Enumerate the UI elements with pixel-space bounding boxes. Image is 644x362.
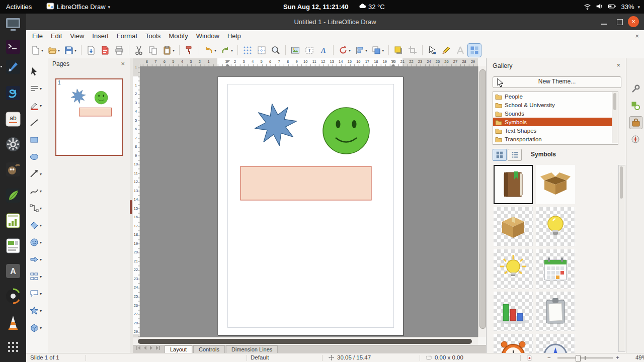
gallery-item-compass[interactable]	[536, 334, 575, 353]
theme-item-school-university[interactable]: School & University	[493, 101, 614, 109]
theme-list-scrollbar-thumb[interactable]	[613, 93, 616, 110]
horizontal-scrollbar[interactable]	[133, 337, 478, 345]
tab-dimension-lines[interactable]: Dimension Lines	[226, 345, 278, 353]
explosion-star-shape[interactable]	[255, 104, 297, 146]
redo-button[interactable]: ▾	[219, 44, 234, 57]
theme-item-symbols[interactable]: Symbols	[493, 118, 614, 126]
basic-shapes-tool[interactable]: ▾	[26, 219, 48, 231]
sidebar-tab-navigator[interactable]	[629, 133, 641, 145]
app-menu[interactable]: LibreOffice Draw ▾	[46, 0, 110, 14]
page-style-label[interactable]: Default	[251, 353, 269, 362]
dock-item-terminal-emulator[interactable]: A	[5, 262, 22, 280]
save-button[interactable]: ▾	[62, 44, 78, 57]
menu-help[interactable]: Help	[223, 30, 245, 42]
zoom-slider-thumb[interactable]	[576, 355, 581, 362]
sidebar-tab-shapes[interactable]	[629, 100, 641, 112]
insert-line-tool[interactable]: ▾	[26, 82, 48, 95]
crop-button[interactable]	[406, 44, 419, 57]
dock-item-terminal[interactable]	[5, 38, 22, 55]
shadow-button[interactable]	[392, 44, 405, 57]
dock-item-media-player[interactable]	[5, 288, 22, 305]
glue-points-button[interactable]	[440, 44, 453, 57]
dock-item-gimp[interactable]	[5, 161, 22, 178]
gallery-item-lightbulb-glowing[interactable]	[494, 249, 533, 289]
dock-item-paint-app[interactable]	[5, 84, 22, 102]
dock-item-libreoffice-impress[interactable]	[5, 237, 22, 254]
clock[interactable]: Sun Aug 12, 11:21:40	[283, 0, 349, 14]
dock-item-settings[interactable]	[5, 136, 22, 153]
new-theme-button[interactable]: New Theme...	[493, 76, 621, 88]
gallery-item-package-box[interactable]	[494, 207, 533, 246]
vertical-ruler[interactable]: 1123456789101112131415161718192021222324…	[133, 66, 140, 337]
system-indicators[interactable]: 33% ▾	[583, 0, 640, 14]
vertical-scrollbar-thumb[interactable]	[479, 69, 486, 329]
insert-text-box-button[interactable]: T	[303, 44, 316, 57]
drawing-canvas[interactable]	[140, 66, 478, 337]
splitter-handle[interactable]	[130, 200, 132, 214]
print-button[interactable]	[113, 44, 126, 57]
zoom-out-button[interactable]: −	[547, 353, 551, 362]
zoom-button[interactable]	[269, 44, 282, 57]
rectangle-shape[interactable]	[240, 166, 371, 200]
gallery-item-bar-chart[interactable]	[494, 292, 533, 331]
page-thumbnail[interactable]: 1	[55, 78, 123, 156]
sidebar-tab-gallery[interactable]	[629, 116, 642, 129]
theme-list-scrollbar[interactable]	[612, 92, 618, 143]
activities-button[interactable]: Activities	[6, 0, 32, 14]
align-objects-button[interactable]: ▾	[353, 44, 369, 57]
3d-objects-tool[interactable]: ▾	[26, 322, 48, 334]
tab-controls[interactable]: Controls	[193, 345, 225, 353]
next-page-button[interactable]	[149, 343, 154, 352]
dock-item-text-editor[interactable]: ab	[5, 111, 22, 128]
sidebar-tab-properties[interactable]	[629, 83, 641, 95]
fontwork-gallery-button[interactable]	[454, 44, 467, 57]
arrange-button[interactable]: ▾	[370, 44, 385, 57]
rectangle-tool[interactable]	[26, 134, 48, 146]
first-page-button[interactable]	[136, 343, 141, 352]
callout-shapes-tool[interactable]: ▾	[26, 288, 48, 300]
line-tool[interactable]	[26, 117, 48, 129]
theme-item-people[interactable]: People	[493, 92, 614, 101]
gallery-item-lightbulb[interactable]	[536, 207, 575, 246]
connectors-tool[interactable]: ▾	[26, 202, 48, 214]
line-color-tool[interactable]: ▾	[26, 100, 48, 112]
document-close-icon[interactable]: ×	[635, 30, 639, 42]
zoom-in-button[interactable]: +	[616, 353, 619, 362]
last-page-button[interactable]	[155, 343, 160, 352]
dock-item-feather-app[interactable]	[5, 187, 22, 204]
page[interactable]	[217, 76, 404, 335]
gallery-scrollbar[interactable]	[618, 165, 625, 352]
lines-and-arrows-tool[interactable]: ▾	[26, 168, 48, 180]
horizontal-ruler[interactable]: 9876543211234567891011121314151617181920…	[140, 58, 478, 67]
copy-button[interactable]	[146, 44, 159, 57]
export-button[interactable]	[85, 44, 98, 57]
gallery-item-calendar[interactable]	[536, 249, 575, 289]
window-titlebar[interactable]: Untitled 1 - LibreOffice Draw ×	[26, 14, 644, 30]
export-pdf-button[interactable]	[99, 44, 112, 57]
insert-image-button[interactable]	[289, 44, 302, 57]
theme-item-transportation[interactable]: Transportation	[493, 135, 614, 143]
theme-item-text-shapes[interactable]: Text Shapes	[493, 126, 614, 135]
gallery-item-open-box[interactable]	[536, 165, 575, 204]
ellipse-tool[interactable]	[26, 151, 48, 163]
tab-layout[interactable]: Layout	[165, 345, 192, 353]
dock-item-libreoffice-calc[interactable]	[5, 212, 22, 229]
maximize-button[interactable]	[617, 19, 623, 25]
list-view-button[interactable]	[508, 149, 522, 161]
menu-modify[interactable]: Modify	[165, 30, 192, 42]
menu-edit[interactable]: Edit	[47, 30, 66, 42]
smiley-face-shape[interactable]	[323, 108, 369, 154]
horizontal-scrollbar-thumb[interactable]	[138, 339, 472, 344]
display-grid-button[interactable]	[241, 44, 254, 57]
theme-item-sounds[interactable]: Sounds	[493, 109, 614, 118]
dock-item-screenshot-tool[interactable]	[5, 16, 22, 33]
menu-file[interactable]: File	[28, 30, 47, 42]
edit-points-button[interactable]	[426, 44, 439, 57]
gallery-item-notebook[interactable]	[494, 165, 533, 204]
menu-insert[interactable]: Insert	[88, 30, 113, 42]
open-button[interactable]: ▾	[46, 44, 61, 57]
new-button[interactable]: ▾	[29, 44, 45, 57]
menu-format[interactable]: Format	[113, 30, 141, 42]
gallery-scrollbar-thumb[interactable]	[620, 166, 623, 199]
block-arrows-tool[interactable]: ▾	[26, 253, 48, 265]
